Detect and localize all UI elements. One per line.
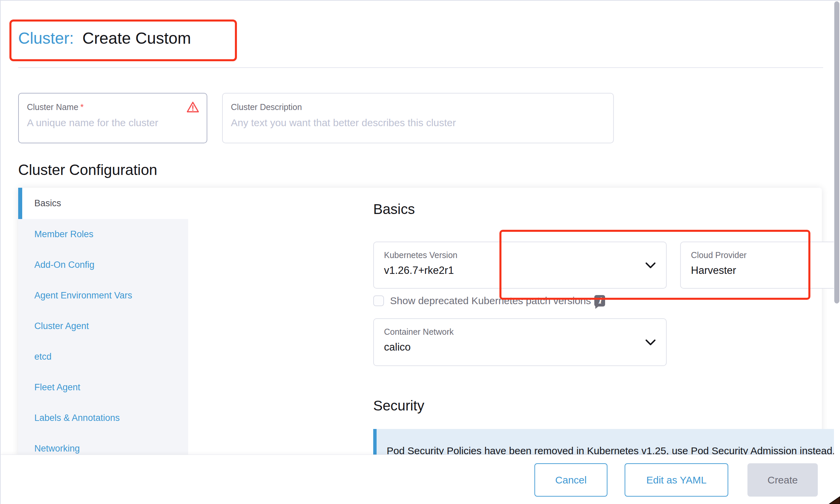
cluster-description-placeholder: Any text you want that better describes … xyxy=(231,117,456,128)
tab-add-on-config[interactable]: Add-On Config xyxy=(18,250,188,280)
chevron-down-icon xyxy=(645,339,656,346)
cluster-name-label: Cluster Name* xyxy=(27,102,84,112)
container-network-dropdown[interactable]: Container Network calico xyxy=(373,318,667,366)
container-network-label: Container Network xyxy=(384,327,454,337)
tab-member-roles[interactable]: Member Roles xyxy=(18,219,188,250)
tab-fleet-agent[interactable]: Fleet Agent xyxy=(18,372,188,403)
page-title-create-custom: Create Custom xyxy=(83,29,191,47)
required-asterisk: * xyxy=(81,102,84,112)
header-divider xyxy=(18,67,823,68)
create-button[interactable]: Create xyxy=(748,463,818,497)
cluster-description-field[interactable]: Cluster Description Any text you want th… xyxy=(222,93,614,143)
show-deprecated-label: Show deprecated Kubernetes patch version… xyxy=(390,295,591,306)
active-tab-indicator xyxy=(18,188,22,219)
cluster-configuration-heading: Cluster Configuration xyxy=(18,162,157,178)
page-title: Cluster: Create Custom xyxy=(18,28,191,49)
cancel-button[interactable]: Cancel xyxy=(534,463,607,497)
tab-etcd[interactable]: etcd xyxy=(18,342,188,372)
cluster-configuration-card: Basics Member Roles Add-On Config Agent … xyxy=(18,188,822,457)
show-deprecated-checkbox[interactable] xyxy=(373,295,384,306)
kubernetes-version-dropdown[interactable]: Kubernetes Version v1.26.7+rke2r1 xyxy=(373,241,667,289)
tab-basics[interactable]: Basics xyxy=(18,188,188,219)
security-section-heading: Security xyxy=(373,398,424,414)
page-title-cluster: Cluster: xyxy=(18,29,74,47)
kubernetes-version-value: v1.26.7+rke2r1 xyxy=(384,265,454,276)
container-network-value: calico xyxy=(384,341,411,353)
tab-content-basics: Basics Kubernetes Version v1.26.7+rke2r1… xyxy=(188,188,822,457)
tab-agent-environment-vars[interactable]: Agent Environment Vars xyxy=(18,280,188,311)
basics-section-heading: Basics xyxy=(373,201,415,217)
cluster-description-label: Cluster Description xyxy=(231,102,302,112)
cluster-name-placeholder: A unique name for the cluster xyxy=(27,117,158,128)
mouse-cursor xyxy=(826,494,840,504)
cloud-provider-dropdown[interactable]: Cloud Provider Harvester xyxy=(680,241,840,289)
vertical-scrollbar xyxy=(834,1,840,504)
warning-icon xyxy=(186,101,199,113)
cloud-provider-value: Harvester xyxy=(691,265,736,276)
kubernetes-version-label: Kubernetes Version xyxy=(384,250,457,260)
create-custom-cluster-page: Cluster: Create Custom Cluster Name* A u… xyxy=(0,0,840,504)
config-tab-sidebar: Basics Member Roles Add-On Config Agent … xyxy=(18,188,188,457)
scrollbar-thumb[interactable] xyxy=(834,1,839,304)
action-footer: Cancel Edit as YAML Create xyxy=(1,454,840,504)
tab-labels-annotations[interactable]: Labels & Annotations xyxy=(18,403,188,433)
info-tooltip-icon[interactable]: i xyxy=(594,295,605,306)
chevron-down-icon xyxy=(645,262,656,269)
show-deprecated-row: Show deprecated Kubernetes patch version… xyxy=(373,293,605,308)
tab-cluster-agent[interactable]: Cluster Agent xyxy=(18,311,188,342)
cluster-name-field[interactable]: Cluster Name* A unique name for the clus… xyxy=(18,93,207,143)
edit-as-yaml-button[interactable]: Edit as YAML xyxy=(625,463,728,497)
cloud-provider-label: Cloud Provider xyxy=(691,250,747,260)
